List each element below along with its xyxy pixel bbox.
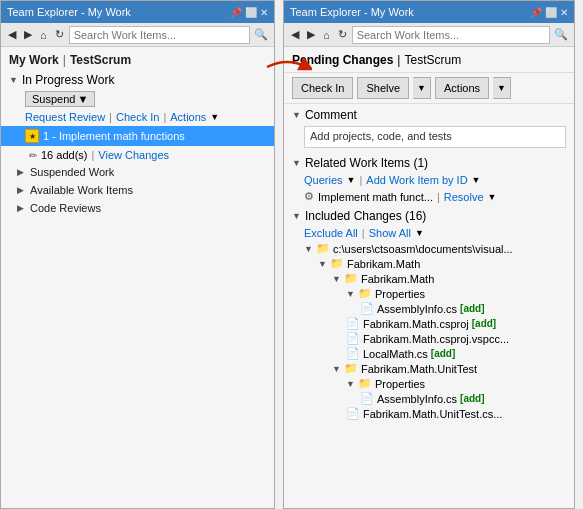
assemblyinfo-1-label: AssemblyInfo.cs [377, 303, 457, 315]
sep6: | [362, 227, 365, 239]
available-work-item[interactable]: ▶ Available Work Items [1, 181, 274, 199]
actions-button[interactable]: Actions [435, 77, 489, 99]
suspended-triangle: ▶ [17, 167, 24, 177]
properties-2-label: Properties [375, 378, 425, 390]
close-icon[interactable]: ✕ [260, 7, 268, 18]
shelve-button[interactable]: Shelve [357, 77, 409, 99]
tree-path: ▼ 📁 c:\users\ctsoasm\documents\visual... [304, 241, 574, 256]
file-icon-2: 📄 [346, 317, 360, 330]
sep1: | [109, 111, 112, 123]
add-work-item-link[interactable]: Add Work Item by ID [366, 174, 467, 186]
pin-icon[interactable]: 📌 [230, 7, 242, 18]
right-search-icon: 🔍 [552, 28, 570, 41]
right-title-text: Team Explorer - My Work [290, 6, 414, 18]
suspend-label: Suspend [32, 93, 75, 105]
file-icon-5: 📄 [360, 392, 374, 405]
right-back-button[interactable]: ◀ [288, 27, 302, 42]
right-title-bar: Team Explorer - My Work 📌 ⬜ ✕ [284, 1, 574, 23]
add-work-item-dropdown[interactable]: ▼ [472, 175, 481, 185]
home-button[interactable]: ⌂ [37, 28, 50, 42]
my-work-label: My Work [9, 53, 59, 67]
properties-1-label: Properties [375, 288, 425, 300]
pending-changes-label: Pending Changes [292, 53, 393, 67]
path-triangle[interactable]: ▼ [304, 244, 313, 254]
left-toolbar: ◀ ▶ ⌂ ↻ 🔍 [1, 23, 274, 47]
sep3: | [91, 149, 94, 161]
sep4: | [359, 174, 362, 186]
back-button[interactable]: ◀ [5, 27, 19, 42]
show-all-dropdown[interactable]: ▼ [415, 228, 424, 238]
suspended-work-item[interactable]: ▶ Suspended Work [1, 163, 274, 181]
work-item-row[interactable]: ★ 1 - Implement math functions [1, 126, 274, 146]
in-progress-triangle[interactable]: ▼ [9, 75, 18, 85]
folder-icon-3: 📁 [358, 287, 372, 300]
show-all-link[interactable]: Show All [369, 227, 411, 239]
add-badge-3: [add] [431, 348, 455, 359]
t2[interactable]: ▼ [332, 274, 341, 284]
refresh-button[interactable]: ↻ [52, 27, 67, 42]
header-pipe: | [63, 53, 66, 67]
t5[interactable]: ▼ [346, 379, 355, 389]
suspend-arrow: ▼ [77, 93, 88, 105]
actions-dropdown[interactable]: ▼ [493, 77, 511, 99]
related-actions: Queries ▼ | Add Work Item by ID ▼ [284, 172, 574, 188]
float-icon[interactable]: ⬜ [245, 7, 257, 18]
unittest-cs-label: Fabrikam.Math.UnitTest.cs... [363, 408, 502, 420]
tree-fabrikam-math-inner: ▼ 📁 Fabrikam.Math [304, 271, 574, 286]
comment-triangle[interactable]: ▼ [292, 110, 301, 120]
comment-value: Add projects, code, and tests [310, 130, 452, 142]
t1[interactable]: ▼ [318, 259, 327, 269]
tree-unittest-cs: 📄 Fabrikam.Math.UnitTest.cs... [304, 406, 574, 421]
tree-properties-1: ▼ 📁 Properties [304, 286, 574, 301]
t4[interactable]: ▼ [332, 364, 341, 374]
right-forward-button[interactable]: ▶ [304, 27, 318, 42]
t3[interactable]: ▼ [346, 289, 355, 299]
code-reviews-item[interactable]: ▶ Code Reviews [1, 199, 274, 217]
search-input[interactable] [69, 26, 250, 44]
project-name: TestScrum [70, 53, 131, 67]
actions-arrow: ▼ [210, 112, 219, 122]
available-triangle: ▶ [17, 185, 24, 195]
work-item-icon: ★ [25, 129, 39, 143]
resolve-dropdown[interactable]: ▼ [488, 192, 497, 202]
check-in-button[interactable]: Check In [292, 77, 353, 99]
folder-icon-5: 📁 [358, 377, 372, 390]
queries-link[interactable]: Queries [304, 174, 343, 186]
tree-properties-2: ▼ 📁 Properties [304, 376, 574, 391]
included-triangle[interactable]: ▼ [292, 211, 301, 221]
pencil-icon: ✏ [29, 150, 37, 161]
shelve-dropdown[interactable]: ▼ [413, 77, 431, 99]
right-panel: Team Explorer - My Work 📌 ⬜ ✕ ◀ ▶ ⌂ ↻ 🔍 … [283, 0, 575, 509]
resolve-link[interactable]: Resolve [444, 191, 484, 203]
vspcc-label: Fabrikam.Math.csproj.vspcc... [363, 333, 509, 345]
suspend-row: Suspend ▼ [1, 89, 274, 109]
actions-link[interactable]: Actions [170, 111, 206, 123]
related-label: Related Work Items (1) [305, 156, 428, 170]
tree-path-text: c:\users\ctsoasm\documents\visual... [333, 243, 513, 255]
suspend-button[interactable]: Suspend ▼ [25, 91, 95, 107]
queries-dropdown[interactable]: ▼ [347, 175, 356, 185]
related-triangle[interactable]: ▼ [292, 158, 301, 168]
tree-icon-folder: 📁 [316, 242, 330, 255]
request-review-link[interactable]: Request Review [25, 111, 105, 123]
check-in-link[interactable]: Check In [116, 111, 159, 123]
exclude-all-link[interactable]: Exclude All [304, 227, 358, 239]
forward-button[interactable]: ▶ [21, 27, 35, 42]
work-item-text: 1 - Implement math functions [43, 130, 185, 142]
folder-icon-1: 📁 [330, 257, 344, 270]
included-section: ▼ Included Changes (16) [284, 205, 574, 225]
view-changes-link[interactable]: View Changes [98, 149, 169, 161]
left-title-text: Team Explorer - My Work [7, 6, 131, 18]
action-links: Request Review | Check In | Actions ▼ [1, 109, 274, 125]
right-pin-icon[interactable]: 📌 [530, 7, 542, 18]
suspended-label: Suspended Work [30, 166, 114, 178]
right-float-icon[interactable]: ⬜ [545, 7, 557, 18]
right-home-button[interactable]: ⌂ [320, 28, 333, 42]
in-progress-section: ▼ In Progress Work [1, 69, 274, 89]
right-close-icon[interactable]: ✕ [560, 7, 568, 18]
fabrikam-math-outer-label: Fabrikam.Math [347, 258, 420, 270]
right-search-input[interactable] [352, 26, 550, 44]
file-icon-4: 📄 [346, 347, 360, 360]
included-label: Included Changes (16) [305, 209, 426, 223]
right-refresh-button[interactable]: ↻ [335, 27, 350, 42]
